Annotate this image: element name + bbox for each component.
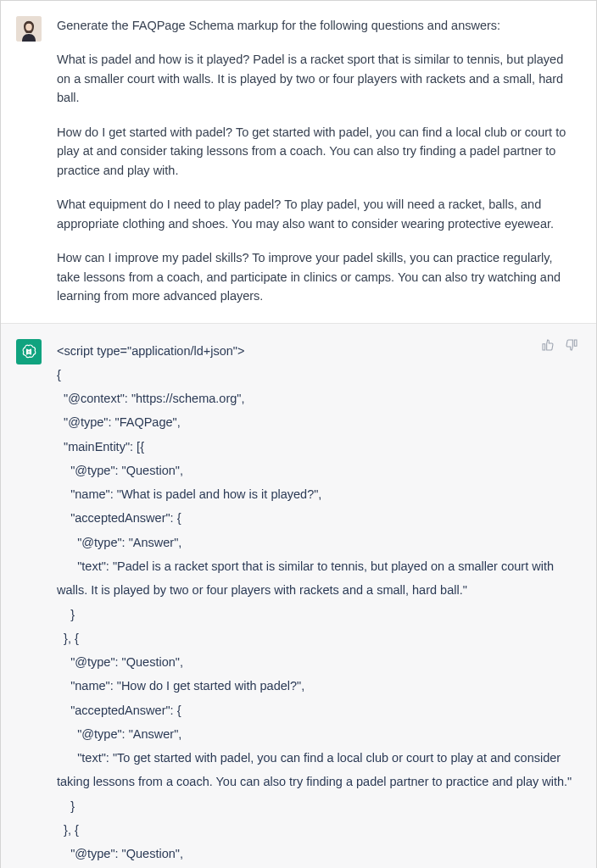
user-qa-3: What equipment do I need to play padel? …	[57, 195, 577, 233]
user-avatar	[16, 16, 42, 42]
user-qa-4: How can I improve my padel skills? To im…	[57, 248, 577, 305]
assistant-avatar	[16, 339, 42, 364]
assistant-message: <script type="application/ld+json"> { "@…	[1, 323, 596, 868]
user-qa-2: How do I get started with padel? To get …	[57, 123, 577, 180]
user-message-content: Generate the FAQPage Schema markup for t…	[57, 16, 577, 306]
thumbs-down-icon[interactable]	[564, 337, 579, 353]
chat-container: Generate the FAQPage Schema markup for t…	[0, 0, 597, 868]
user-message: Generate the FAQPage Schema markup for t…	[1, 1, 596, 323]
thumbs-up-icon[interactable]	[540, 337, 555, 353]
feedback-controls	[540, 337, 579, 353]
svg-point-2	[25, 24, 32, 31]
user-intro: Generate the FAQPage Schema markup for t…	[57, 16, 577, 35]
user-qa-1: What is padel and how is it played? Pade…	[57, 50, 577, 107]
assistant-code-output: <script type="application/ld+json"> { "@…	[57, 339, 577, 868]
assistant-message-content: <script type="application/ld+json"> { "@…	[57, 339, 577, 868]
